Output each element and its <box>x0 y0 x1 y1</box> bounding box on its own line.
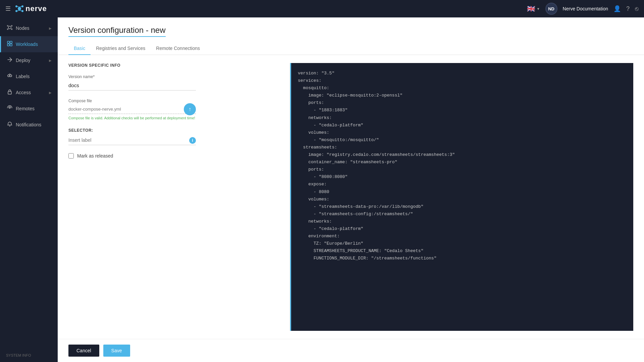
page-header: Version configuration - new <box>58 17 644 37</box>
access-icon <box>7 89 12 96</box>
app-body: Nodes ▶ Workloads Deploy ▶ Labels Access… <box>0 17 644 362</box>
compose-file-label: Compose file <box>68 99 279 103</box>
sidebar-label-remotes: Remotes <box>16 106 52 111</box>
flag-icon: 🇬🇧 <box>527 5 535 13</box>
logo: nerve <box>15 4 47 13</box>
sidebar-item-remotes[interactable]: Remotes <box>0 101 58 117</box>
logout-icon[interactable]: ⎋ <box>635 5 639 12</box>
svg-rect-14 <box>7 41 9 43</box>
sidebar-arrow-access: ▶ <box>49 91 52 95</box>
code-line: - "streamsheets-config:/streamsheets/" <box>298 210 627 218</box>
profile-icon[interactable]: 👤 <box>613 5 621 12</box>
svg-point-10 <box>7 25 8 26</box>
nodes-icon <box>7 25 12 32</box>
svg-rect-15 <box>10 41 12 43</box>
sidebar-label-labels: Labels <box>16 74 52 79</box>
code-line: ports: <box>298 166 627 173</box>
user-avatar[interactable]: ND <box>545 3 557 15</box>
sidebar-item-access[interactable]: Access ▶ <box>0 84 58 101</box>
code-line: STREAMSHEETS_PRODUCT_NAME: "Cedalo Sheet… <box>298 247 627 255</box>
code-line: TZ: "Europe/Berlin" <box>298 240 627 247</box>
cancel-button[interactable]: Cancel <box>68 345 99 357</box>
info-icon[interactable]: i <box>189 137 196 144</box>
main-content: Version configuration - new BasicRegistr… <box>58 17 644 362</box>
selector-input[interactable] <box>68 135 196 145</box>
remotes-icon <box>7 105 12 112</box>
sidebar-arrow-nodes: ▶ <box>49 26 52 30</box>
upload-button[interactable]: ↑ <box>184 103 196 115</box>
selector-label: SELECTOR: <box>68 128 279 133</box>
code-line: FUNCTIONS_MODULE_DIR: "/streamsheets/fun… <box>298 255 627 262</box>
code-line: - "mosquitto:/mosquitto/" <box>298 136 627 144</box>
compose-file-input[interactable] <box>68 105 196 114</box>
code-line: ports: <box>298 99 627 107</box>
version-name-group: Version name* <box>68 74 279 90</box>
sidebar-arrow-deploy: ▶ <box>49 59 52 62</box>
sidebar-item-notifications[interactable]: Notifications <box>0 117 58 133</box>
save-button[interactable]: Save <box>103 345 130 357</box>
svg-rect-21 <box>8 92 11 94</box>
page-title: Version configuration - new <box>68 25 166 37</box>
code-line: - "cedalo-platform" <box>298 225 627 233</box>
tab-remote_connections[interactable]: Remote Connections <box>151 42 205 55</box>
compose-valid-message: Compose file is valid. Additional checks… <box>68 116 279 120</box>
code-line: - "cedalo-platform" <box>298 122 627 129</box>
code-line: - 8080 <box>298 188 627 196</box>
sidebar-label-nodes: Nodes <box>16 25 46 31</box>
sidebar-item-deploy[interactable]: Deploy ▶ <box>0 52 58 68</box>
topnav-left: ☰ nerve <box>5 4 47 13</box>
code-line: container_name: "streamsheets-pro" <box>298 159 627 166</box>
selector-group: SELECTOR: i <box>68 128 279 145</box>
footer-buttons: Cancel Save <box>58 339 644 362</box>
nerve-logo-icon <box>15 4 24 13</box>
code-line: services: <box>298 77 627 84</box>
hamburger-icon[interactable]: ☰ <box>5 5 11 12</box>
sidebar-item-nodes[interactable]: Nodes ▶ <box>0 20 58 36</box>
version-name-input[interactable] <box>68 80 196 90</box>
code-panel: version: "3.5"services: mosquitto: image… <box>290 63 633 331</box>
sidebar-label-deploy: Deploy <box>16 58 46 63</box>
nerve-documentation-link[interactable]: Nerve Documentation <box>563 6 608 11</box>
form-area: VERSION SPECIFIC INFO Version name* Comp… <box>58 55 644 339</box>
section-title: VERSION SPECIFIC INFO <box>68 63 279 68</box>
sidebar-label-access: Access <box>16 90 46 95</box>
mark-released-label: Mark as released <box>77 153 113 159</box>
sidebar-item-labels[interactable]: Labels <box>0 68 58 84</box>
code-line: environment: <box>298 233 627 240</box>
sidebar-item-workloads[interactable]: Workloads <box>0 36 58 52</box>
code-line: networks: <box>298 114 627 122</box>
code-line: image: "eclipse-mosquitto:2-openssl" <box>298 92 627 99</box>
svg-point-0 <box>18 7 21 10</box>
top-nav: ☰ nerve 🇬🇧 ▼ ND Nerve Documentation 👤 ? <box>0 0 644 17</box>
svg-point-9 <box>8 26 11 29</box>
code-line: volumes: <box>298 196 627 203</box>
code-line: networks: <box>298 218 627 225</box>
svg-point-13 <box>11 29 12 30</box>
code-line: image: "registry.cedalo.com/streamsheets… <box>298 151 627 159</box>
svg-rect-17 <box>10 44 12 46</box>
code-line: streamsheets: <box>298 144 627 151</box>
mark-released-group: Mark as released <box>68 153 279 159</box>
system-info[interactable]: SYSTEM INFO <box>0 349 58 362</box>
tab-basic[interactable]: Basic <box>68 42 91 55</box>
code-line: - "8080:8080" <box>298 173 627 181</box>
code-line: mosquitto: <box>298 84 627 92</box>
compose-file-group: Compose file ↑ Compose file is valid. Ad… <box>68 99 279 120</box>
help-icon[interactable]: ? <box>626 5 630 12</box>
flag-dropdown-arrow: ▼ <box>537 7 540 11</box>
mark-released-checkbox[interactable] <box>68 153 74 159</box>
sidebar-label-workloads: Workloads <box>16 42 52 47</box>
code-line: - "1883:1883" <box>298 107 627 114</box>
svg-rect-16 <box>7 44 9 46</box>
svg-point-22 <box>9 107 10 109</box>
deploy-icon <box>7 57 12 64</box>
language-selector[interactable]: 🇬🇧 ▼ <box>527 5 540 13</box>
tab-registries[interactable]: Registries and Services <box>91 42 151 55</box>
workloads-icon <box>7 41 12 48</box>
sidebar-label-notifications: Notifications <box>16 122 52 127</box>
sidebar: Nodes ▶ Workloads Deploy ▶ Labels Access… <box>0 17 58 362</box>
version-name-label: Version name* <box>68 74 279 79</box>
topnav-right: 🇬🇧 ▼ ND Nerve Documentation 👤 ? ⎋ <box>527 3 639 15</box>
svg-point-20 <box>9 74 10 75</box>
selector-input-wrap: i <box>68 135 196 145</box>
